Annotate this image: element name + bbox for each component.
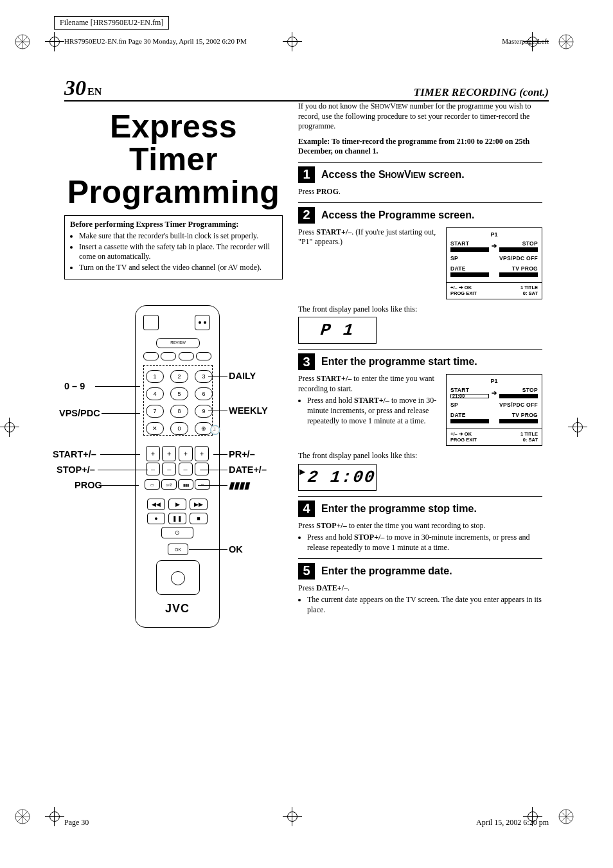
callout-vpspdc: VPS/PDC <box>59 408 100 418</box>
osd-screen: P1 START ➔ STOP SP VPS/PDC OFF <box>446 374 542 446</box>
masterpage: Masterpage:Left <box>502 37 549 45</box>
step-number: 4 <box>298 500 315 517</box>
registration-mark <box>558 808 574 825</box>
callout-ok: OK <box>229 544 243 554</box>
callout-stop: STOP+/– <box>57 465 95 475</box>
crosshair-mark <box>45 32 64 51</box>
callout-weekly: WEEKLY <box>229 405 268 416</box>
front-panel-display: ▶2 1:00 <box>298 464 377 491</box>
step-3-body: Press START+/– to enter the time you wan… <box>298 374 440 427</box>
filename-box: Filename [HRS7950EU2-EN.fm] <box>54 16 169 30</box>
front-panel-caption: The front display panel looks like this: <box>298 305 542 315</box>
page-title: Express Timer Programming <box>64 111 283 209</box>
crosshair-mark <box>568 418 587 437</box>
clock-icon: 🕘 <box>209 425 220 436</box>
callout-bars: ▮▮▮▮ <box>229 480 249 490</box>
step-2-body: Press START+/–. (If you're just starting… <box>298 227 440 247</box>
intro-text: If you do not know the SHOWVIEW number f… <box>298 102 542 132</box>
number-keypad: 123 456 789 ✕0⊕ <box>146 370 209 435</box>
step-number: 5 <box>298 563 315 580</box>
step-1-body: Press PROG. <box>298 187 542 197</box>
callout-pr: PR+/– <box>229 449 255 459</box>
page-number: 30EN <box>64 77 102 99</box>
before-heading: Before performing Express Timer Programm… <box>70 220 277 229</box>
step-number: 1 <box>298 166 315 183</box>
brand-logo: JVC <box>136 602 219 616</box>
crosshair-mark <box>0 418 19 437</box>
example-text: Example: To timer-record the programme f… <box>298 137 542 157</box>
before-item: Turn on the TV and select the video chan… <box>79 263 277 272</box>
before-box: Before performing Express Timer Programm… <box>64 215 283 279</box>
crosshair-mark <box>45 807 64 826</box>
registration-mark <box>14 808 31 825</box>
registration-mark <box>14 33 31 50</box>
step-3-title: Enter the programme start time. <box>321 356 477 368</box>
front-panel-display: P 1 <box>298 317 377 344</box>
osd-screen: P1 START ➔ STOP SP VPS/PDC OFF <box>446 227 542 299</box>
front-panel-caption: The front display panel looks like this: <box>298 451 542 461</box>
step-4-title: Enter the programme stop time. <box>321 503 477 515</box>
remote-illustration: REVIEW 123 456 789 ✕0⊕ 🕘 ++++ –––– ▭⊙⑦▮▮… <box>71 305 276 665</box>
step-number: 2 <box>298 207 315 224</box>
registration-mark <box>558 33 574 50</box>
before-item: Insert a cassette with the safety tab in… <box>79 242 277 261</box>
footer-date: April 15, 2002 6:20 pm <box>476 818 549 828</box>
header-left: HRS7950EU2-EN.fm Page 30 Monday, April 1… <box>64 37 247 45</box>
callout-date: DATE+/– <box>229 465 267 475</box>
step-1-title: Access the SHOWVIEW screen. <box>321 169 465 181</box>
section-title: TIMER RECORDING (cont.) <box>414 86 549 99</box>
before-item: Make sure that the recorder's built-in c… <box>79 231 277 241</box>
ok-button-remote: OK <box>168 544 188 555</box>
review-button: REVIEW <box>156 338 200 348</box>
callout-prog: PROG <box>75 480 102 490</box>
callout-digits: 0 – 9 <box>64 381 85 391</box>
callout-daily: DAILY <box>229 371 256 381</box>
step-5-title: Enter the programme date. <box>321 565 452 577</box>
dpad <box>156 560 200 595</box>
callout-start: START+/– <box>53 449 96 459</box>
step-number: 3 <box>298 353 315 370</box>
step-4-body: Press STOP+/– to enter the time you want… <box>298 521 542 553</box>
step-5-body: Press DATE+/–. The current date appears … <box>298 583 542 616</box>
step-2-title: Access the Programme screen. <box>321 209 474 221</box>
footer-page: Page 30 <box>64 818 89 828</box>
